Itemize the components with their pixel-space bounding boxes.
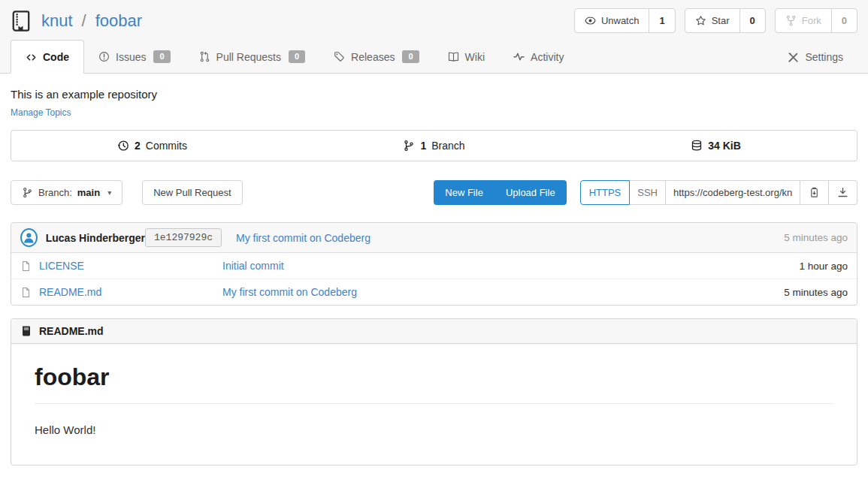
branches-label: Branch [431,140,464,152]
book-icon [20,325,32,337]
new-pull-request-button[interactable]: New Pull Request [142,180,242,205]
repo-name-link[interactable]: foobar [95,11,142,31]
file-commit-message-link[interactable]: Initial commit [222,260,799,272]
commit-message-link[interactable]: My first commit on Codeberg [236,232,370,244]
ssh-toggle-button[interactable]: SSH [630,180,666,205]
repo-book-icon [11,10,33,32]
history-icon [117,140,129,152]
commits-stat[interactable]: 2 Commits [11,131,293,161]
tab-code[interactable]: Code [11,40,84,74]
star-icon [695,15,706,26]
header-zone: knut / foobar Unwatch 1 [0,0,868,74]
file-icon [20,261,32,272]
size-stat[interactable]: 34 KiB [575,131,857,161]
table-row: README.md My first commit on Codeberg 5 … [11,279,857,305]
tag-icon [334,51,345,62]
tab-activity[interactable]: Activity [499,40,578,73]
commit-author: Lucas Hinderberger [20,228,145,247]
readme-heading: foobar [35,363,833,404]
commit-author-name[interactable]: Lucas Hinderberger [46,232,145,244]
tab-issues-label: Issues [116,51,146,63]
download-icon [837,187,848,198]
file-list: Lucas Hinderberger 1e1297929c My first c… [11,222,857,306]
tab-issues[interactable]: Issues 0 [84,40,185,73]
commits-count: 2 [135,140,141,152]
code-toolbar: Branch: main ▾ New Pull Request New File… [11,180,857,205]
readme-content: foobar Hello World! [11,344,857,465]
clone-url-input[interactable] [666,180,800,205]
toolbar-left: Branch: main ▾ New Pull Request [11,180,243,205]
tab-code-label: Code [43,51,69,63]
commit-sha-badge[interactable]: 1e1297929c [145,228,222,247]
readme-filename: README.md [39,325,104,337]
clone-panel: HTTPS SSH [580,180,857,205]
file-cell: LICENSE [20,260,222,272]
issue-icon [98,51,110,62]
wiki-book-icon [448,51,459,62]
manage-topics-link[interactable]: Manage Topics [11,107,71,118]
https-toggle-button[interactable]: HTTPS [580,180,631,205]
repo-owner-link[interactable]: knut [41,11,73,31]
releases-count-badge: 0 [402,50,419,63]
star-label: Star [712,15,730,26]
settings-tools-icon [788,52,799,63]
repo-page: knut / foobar Unwatch 1 [0,0,868,477]
tabs-right: Settings [773,41,857,73]
description-text: This is an example repository [11,88,857,101]
tab-releases-label: Releases [351,51,395,63]
tab-settings-label: Settings [805,51,843,63]
tabs-left: Code Issues 0 Pull Requests 0 [11,40,578,73]
readme-header: README.md [11,319,857,344]
upload-file-button[interactable]: Upload File [494,180,567,205]
pull-requests-count-badge: 0 [289,50,305,63]
star-count[interactable]: 0 [739,9,765,32]
avatar[interactable] [20,228,38,247]
branch-icon [403,140,415,152]
branches-stat[interactable]: 1 Branch [293,131,575,161]
file-commit-time: 5 minutes ago [784,287,848,298]
file-name-link[interactable]: LICENSE [39,260,84,272]
repo-header: knut / foobar Unwatch 1 [0,0,868,40]
new-file-button[interactable]: New File [434,180,494,205]
clipboard-copy-icon [809,187,820,198]
file-actions-group: New File Upload File [434,180,566,205]
repo-description: This is an example repository Manage Top… [11,88,857,119]
repo-separator: / [82,11,86,31]
file-icon [20,287,32,298]
readme-paragraph: Hello World! [35,423,833,436]
repo-stats-bar: 2 Commits 1 Branch 34 KiB [11,130,857,161]
file-commit-message-link[interactable]: My first commit on Codeberg [222,286,784,298]
branch-selector[interactable]: Branch: main ▾ [11,180,122,205]
repo-tab-bar: Code Issues 0 Pull Requests 0 [0,40,868,74]
branch-current: main [77,187,100,198]
fork-count[interactable]: 0 [831,9,857,32]
tab-releases[interactable]: Releases 0 [319,40,434,73]
branches-count: 1 [420,140,426,152]
fork-button[interactable]: Fork [776,9,831,32]
file-cell: README.md [20,286,222,298]
file-name-link[interactable]: README.md [39,286,101,298]
watch-count[interactable]: 1 [649,9,674,32]
tab-wiki-label: Wiki [465,51,485,63]
fork-icon [785,15,797,26]
latest-commit-row: Lucas Hinderberger 1e1297929c My first c… [11,223,857,253]
repo-actions: Unwatch 1 Star 0 [574,8,857,33]
table-row: LICENSE Initial commit 1 hour ago [11,253,857,279]
copy-clone-url-button[interactable] [800,180,829,205]
unwatch-button[interactable]: Unwatch [575,9,649,32]
repo-title: knut / foobar [11,10,142,32]
branch-prefix: Branch: [38,187,72,198]
database-icon [691,140,703,152]
toolbar-right: New File Upload File HTTPS SSH [434,180,857,205]
issues-count-badge: 0 [153,50,170,63]
star-button[interactable]: Star [685,9,739,32]
tab-pull-requests-label: Pull Requests [216,51,281,63]
download-archive-button[interactable] [829,180,857,205]
tab-wiki[interactable]: Wiki [434,40,499,73]
chevron-down-icon: ▾ [107,188,111,197]
pull-request-icon [199,51,210,62]
tab-settings[interactable]: Settings [773,41,857,73]
tab-pull-requests[interactable]: Pull Requests 0 [185,40,320,73]
file-commit-time: 1 hour ago [799,261,848,272]
commit-time: 5 minutes ago [784,232,848,243]
